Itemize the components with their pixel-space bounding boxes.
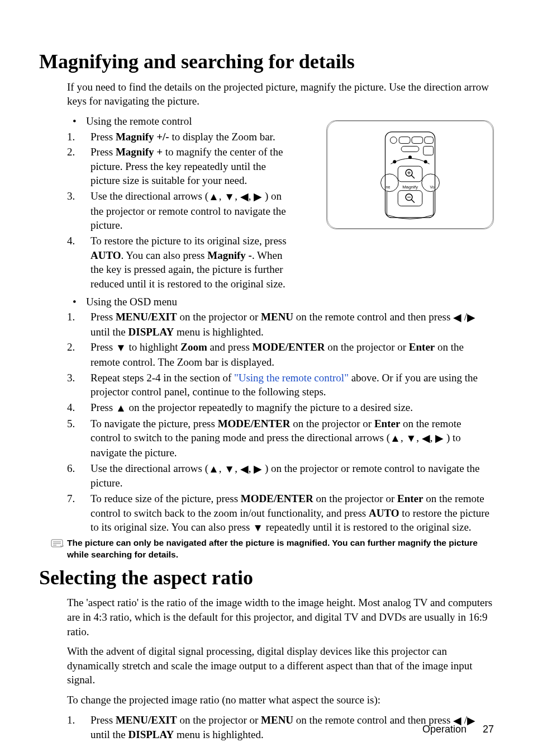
heading-aspect-ratio: Selecting the aspect ratio xyxy=(39,564,494,592)
arrow-down-icon: ▼ xyxy=(224,462,235,476)
footer-section: Operation xyxy=(422,724,467,735)
osd-step-4: 4. Press ▲ on the projector repeatedly t… xyxy=(67,400,494,415)
arrow-down-icon: ▼ xyxy=(406,431,416,446)
bullet-marker-osd: • xyxy=(67,295,86,309)
osd-step-1: 1. Press MENU/EXIT on the projector or M… xyxy=(67,310,494,339)
remote-step-1: 1. Press Magnify +/- to display the Zoom… xyxy=(67,130,291,144)
note-icon xyxy=(50,537,67,561)
remote-step-2-text: Press Magnify + to magnify the center of… xyxy=(91,145,291,188)
osd-step-5: 5. To navigate the picture, press MODE/E… xyxy=(67,417,494,460)
arrow-up-icon: ▲ xyxy=(208,190,219,204)
arrow-right-icon: ▶ xyxy=(254,190,262,204)
arrow-left-icon: ◀ xyxy=(453,310,461,325)
arrow-down-icon: ▼ xyxy=(224,190,235,204)
osd-step-7: 7. To reduce size of the picture, press … xyxy=(67,492,494,535)
arrow-up-icon: ▲ xyxy=(208,462,219,476)
marker-4: 4. xyxy=(67,234,91,291)
bullet-marker: • xyxy=(67,114,86,129)
arrow-right-icon: ▶ xyxy=(254,462,262,476)
arrow-down-icon: ▼ xyxy=(253,521,263,535)
magnify-label: Magnify xyxy=(402,185,418,190)
osd-step-3: 3. Repeat steps 2-4 in the section of "U… xyxy=(67,371,494,399)
aspect-intro: The 'aspect ratio' is the ratio of the i… xyxy=(67,596,494,639)
remote-step-4-text: To restore the picture to its original s… xyxy=(91,234,291,291)
svg-point-10 xyxy=(424,160,427,163)
arrow-left-icon: ◀ xyxy=(240,190,249,204)
marker-1: 1. xyxy=(67,130,91,144)
arrow-up-icon: ▲ xyxy=(116,401,126,415)
link-using-remote[interactable]: "Using the remote control" xyxy=(234,372,349,384)
remote-control-diagram: Magnify ne Vo xyxy=(326,120,494,229)
svg-point-8 xyxy=(408,155,412,159)
arrow-down-icon: ▼ xyxy=(116,341,126,355)
svg-text:ne: ne xyxy=(386,185,391,189)
osd-step-6: 6. Use the directional arrows (▲, ▼, ◀, … xyxy=(67,461,494,490)
marker-2: 2. xyxy=(67,145,91,188)
note-text: The picture can only be navigated after … xyxy=(67,537,494,561)
arrow-left-icon: ◀ xyxy=(240,462,249,476)
footer-page-number: 27 xyxy=(483,724,494,735)
remote-step-4: 4. To restore the picture to its origina… xyxy=(67,234,291,291)
remote-step-3: 3. Use the directional arrows (▲, ▼, ◀, … xyxy=(67,189,291,233)
magnify-intro: If you need to find the details on the p… xyxy=(67,80,494,108)
page-footer: Operation 27 xyxy=(422,722,494,736)
bullet-osd: • Using the OSD menu xyxy=(67,295,494,309)
arrow-left-icon: ◀ xyxy=(422,431,430,446)
osd-step-2: 2. Press ▼ to highlight Zoom and press M… xyxy=(67,340,494,369)
svg-point-9 xyxy=(393,160,396,163)
arrow-right-icon: ▶ xyxy=(467,310,475,325)
remote-step-3-text: Use the directional arrows (▲, ▼, ◀, ▶ )… xyxy=(91,189,291,233)
heading-magnifying: Magnifying and searching for details xyxy=(39,48,494,75)
arrow-right-icon: ▶ xyxy=(435,431,444,446)
remote-step-2: 2. Press Magnify + to magnify the center… xyxy=(67,145,291,188)
arrow-up-icon: ▲ xyxy=(390,431,401,446)
remote-control-svg: Magnify ne Vo xyxy=(326,120,494,229)
aspect-p3: To change the projected image ratio (no … xyxy=(67,693,494,707)
marker-3: 3. xyxy=(67,189,91,233)
note-magnify: The picture can only be navigated after … xyxy=(50,537,494,561)
remote-step-1-text: Press Magnify +/- to display the Zoom ba… xyxy=(91,130,291,144)
bullet-osd-text: Using the OSD menu xyxy=(86,295,494,309)
aspect-p2: With the advent of digital signal proces… xyxy=(67,644,494,687)
svg-text:Vo: Vo xyxy=(430,185,435,189)
